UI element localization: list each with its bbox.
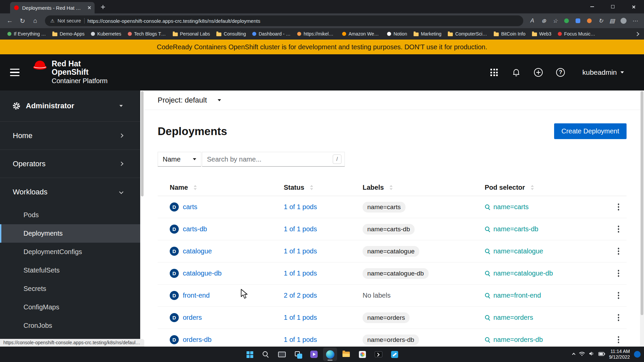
- bookmark-item[interactable]: Consulting: [214, 30, 249, 38]
- column-header-labels[interactable]: Labels: [351, 184, 473, 191]
- pod-selector-link[interactable]: name=catalogue-db: [485, 269, 553, 277]
- kebab-menu-button[interactable]: [616, 224, 622, 235]
- pod-status-link[interactable]: 1 of 1 pods: [284, 269, 317, 277]
- filter-type-select[interactable]: Name: [158, 152, 201, 167]
- kebab-menu-button[interactable]: [616, 312, 622, 323]
- bookmark-item[interactable]: Tech Blogs That Pay: [125, 30, 169, 38]
- bookmark-item[interactable]: Amazon Web Servic...: [339, 30, 383, 38]
- wifi-icon[interactable]: [579, 351, 585, 357]
- taskbar-app-edge[interactable]: [323, 348, 337, 361]
- user-menu[interactable]: kubeadmin: [582, 68, 624, 76]
- sidebar-item-workloads[interactable]: Workloads: [0, 178, 140, 206]
- pod-status-link[interactable]: 1 of 1 pods: [284, 314, 317, 321]
- deployment-name-link[interactable]: catalogue: [183, 247, 212, 255]
- bookmark-item[interactable]: https://mikelevante...: [294, 30, 338, 38]
- deployment-name-link[interactable]: orders-db: [183, 336, 212, 344]
- column-header-pod-selector[interactable]: Pod selector: [473, 184, 610, 191]
- page-scrollbar[interactable]: [640, 90, 644, 347]
- deployment-name-link[interactable]: front-end: [183, 292, 210, 299]
- scrollbar-thumb[interactable]: [141, 91, 144, 196]
- deployment-name-link[interactable]: carts-db: [183, 225, 207, 233]
- add-circle-icon[interactable]: [530, 65, 547, 80]
- taskbar-clock[interactable]: 11:14 AM 9/12/2022: [609, 349, 630, 360]
- new-tab-button[interactable]: [98, 2, 108, 12]
- sort-icon[interactable]: [193, 185, 197, 190]
- kebab-menu-button[interactable]: [616, 201, 622, 213]
- taskbar-app-terminal[interactable]: [371, 348, 385, 361]
- pod-selector-link[interactable]: name=orders: [485, 314, 533, 321]
- pod-selector-link[interactable]: name=carts: [485, 203, 529, 211]
- create-deployment-button[interactable]: Create Deployment: [554, 123, 627, 139]
- sidebar-subitem[interactable]: StatefulSets: [0, 261, 140, 280]
- volume-icon[interactable]: [589, 351, 594, 357]
- pod-selector-link[interactable]: name=carts-db: [485, 225, 538, 233]
- refresh-icon[interactable]: ↻: [16, 15, 29, 27]
- bookmark-item[interactable]: Marketing: [411, 30, 444, 38]
- deployment-name-link[interactable]: orders: [183, 314, 202, 321]
- sidebar-item-operators[interactable]: Operators: [0, 149, 140, 178]
- sort-icon[interactable]: [530, 185, 534, 190]
- window-close-button[interactable]: [623, 0, 644, 13]
- search-by-name-input[interactable]: [202, 152, 345, 167]
- read-aloud-icon[interactable]: A: [527, 15, 538, 26]
- window-minimize-button[interactable]: [582, 0, 602, 13]
- pod-status-link[interactable]: 1 of 1 pods: [284, 247, 317, 255]
- extension-orange-icon[interactable]: [584, 15, 595, 26]
- sort-icon[interactable]: [389, 185, 393, 190]
- notifications-bell-icon[interactable]: [508, 65, 525, 80]
- sidebar-item-home[interactable]: Home: [0, 121, 140, 149]
- bookmark-item[interactable]: Kubernetes: [88, 30, 124, 38]
- back-icon[interactable]: ←: [3, 15, 16, 27]
- notification-badge[interactable]: [634, 351, 641, 358]
- column-header-status[interactable]: Status: [272, 184, 351, 191]
- bookmark-item[interactable]: BitCoin Info: [491, 30, 528, 38]
- taskbar-app-search[interactable]: [259, 348, 273, 361]
- sidebar-subitem[interactable]: DeploymentConfigs: [0, 243, 140, 261]
- bookmark-item[interactable]: Web3: [529, 30, 554, 38]
- sidebar-subitem[interactable]: ConfigMaps: [0, 298, 140, 316]
- taskbar-app-photos[interactable]: [355, 348, 369, 361]
- pod-status-link[interactable]: 1 of 1 pods: [284, 336, 317, 344]
- pod-status-link[interactable]: 2 of 2 pods: [284, 292, 317, 299]
- window-maximize-button[interactable]: [602, 0, 623, 13]
- nav-toggle-hamburger-icon[interactable]: [10, 69, 19, 76]
- sidebar-scrollbar[interactable]: [140, 90, 144, 347]
- browser-tab-deployments[interactable]: Deployments - Red Hat OpenShift: [10, 2, 95, 13]
- home-icon[interactable]: ⌂: [29, 15, 42, 27]
- apps-grid-icon[interactable]: [486, 65, 502, 80]
- bookmark-item[interactable]: Dashboard - Micros...: [250, 30, 293, 38]
- address-bar[interactable]: ⚠ Not secure https://console-openshift-c…: [45, 15, 523, 26]
- taskbar-app-vscode[interactable]: [387, 348, 401, 361]
- bookmarks-overflow-chevron-icon[interactable]: [635, 32, 639, 36]
- perspective-switcher[interactable]: Administrator: [0, 90, 140, 121]
- project-dropdown[interactable]: Project: default: [158, 96, 221, 105]
- sort-icon[interactable]: [310, 185, 314, 190]
- pod-selector-link[interactable]: name=front-end: [485, 292, 541, 299]
- scrollbar-thumb[interactable]: [641, 91, 643, 315]
- help-circle-icon[interactable]: ?: [552, 65, 569, 80]
- bookmark-item[interactable]: Focus Music for Wo...: [555, 30, 599, 38]
- zoom-icon[interactable]: ⊕: [538, 15, 549, 26]
- pod-selector-link[interactable]: name=orders-db: [485, 336, 543, 344]
- settings-menu-icon[interactable]: ⋯: [629, 15, 641, 26]
- deployment-name-link[interactable]: carts: [183, 203, 197, 211]
- tab-close-icon[interactable]: [88, 5, 91, 11]
- extension-green-icon[interactable]: [561, 15, 572, 26]
- taskbar-app-desktop[interactable]: [275, 348, 289, 361]
- pod-status-link[interactable]: 1 of 1 pods: [284, 203, 317, 211]
- pod-selector-link[interactable]: name=catalogue: [485, 247, 543, 255]
- collections-icon[interactable]: ▤: [606, 15, 618, 26]
- tray-overflow-chevron-icon[interactable]: [572, 353, 575, 356]
- sidebar-subitem[interactable]: CronJobs: [0, 316, 140, 335]
- profile-avatar[interactable]: [618, 15, 629, 26]
- taskbar-app-media[interactable]: [307, 348, 321, 361]
- taskbar-app-start[interactable]: [243, 348, 257, 361]
- bookmark-item[interactable]: If Everything Is a Pri...: [5, 30, 49, 38]
- kebab-menu-button[interactable]: [616, 246, 622, 257]
- taskbar-app-explorer[interactable]: [339, 348, 353, 361]
- sidebar-subitem[interactable]: Deployments: [0, 224, 140, 243]
- kebab-menu-button[interactable]: [616, 290, 622, 301]
- sidebar-subitem[interactable]: Pods: [0, 206, 140, 224]
- bookmark-item[interactable]: Notion: [384, 30, 410, 38]
- bookmark-item[interactable]: Demo-Apps: [50, 30, 87, 38]
